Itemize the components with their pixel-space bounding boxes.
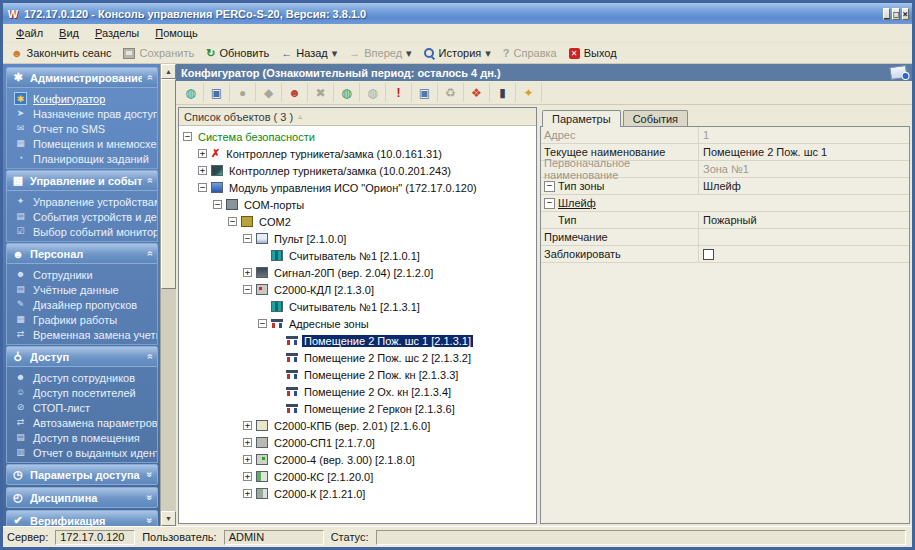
sidebar-section-header[interactable]: ☻Персонал» [6, 243, 158, 264]
expand-plus-icon[interactable]: + [243, 472, 252, 481]
search-devices-button[interactable]: ◍ [178, 83, 204, 102]
magic-wand-button[interactable]: ✦ [516, 83, 542, 102]
menu-item[interactable]: Разделы [88, 26, 146, 40]
sidebar-item[interactable]: ☻Доступ сотрудников [14, 370, 157, 385]
sidebar-item[interactable]: ▥Отчет о выданных идентиф... [14, 445, 157, 460]
menu-item[interactable]: Вид [52, 26, 86, 40]
panel-button[interactable]: ▮ [490, 83, 516, 102]
globe-gray-button[interactable]: ◍ [360, 83, 386, 102]
tree-row[interactable]: Считыватель №1 [2.1.3.1] [179, 298, 536, 315]
sidebar-section-header[interactable]: ◷Параметры доступа» [6, 464, 158, 485]
sidebar-item[interactable]: ⇄Временная замена учетных ... [14, 327, 157, 342]
chevron-up-icon[interactable]: » [145, 178, 156, 184]
tree-row[interactable]: −Пульт [2.1.0.0] [179, 230, 536, 247]
scroll-up-icon[interactable]: ▲ [161, 64, 176, 79]
back-button[interactable]: ←Назад▾ [276, 46, 344, 60]
station-config-button[interactable]: ▣ [204, 83, 230, 102]
history-button[interactable]: История▾ [419, 46, 498, 60]
tree-row[interactable]: Помещение 2 Ох. кн [2.1.3.4] [179, 383, 536, 400]
tree-row[interactable]: Помещение 2 Пож. шс 1 [2.1.3.1] [179, 332, 536, 349]
collapse-minus-icon[interactable]: − [258, 319, 267, 328]
sidebar-item[interactable]: ☑Выбор событий мониторинга [14, 224, 157, 239]
expand-plus-icon[interactable]: + [243, 268, 252, 277]
exit-button[interactable]: ✕Выход [564, 46, 624, 60]
property-value-cell[interactable] [699, 246, 909, 262]
tree-row[interactable]: −Модуль управления ИСО "Орион" (172.17.0… [179, 179, 536, 196]
scrollbar-thumb[interactable] [161, 79, 176, 289]
sidebar-item[interactable]: ✱Конфигуратор [14, 91, 157, 106]
tree-row[interactable]: Помещение 2 Геркон [2.1.3.6] [179, 400, 536, 417]
sidebar-scrollbar[interactable]: ▲ ▼ [160, 64, 176, 526]
sidebar-item[interactable]: ✎Дизайнер пропусков [14, 297, 157, 312]
help-button[interactable]: ?Справка [498, 46, 564, 60]
sidebar-item[interactable]: ➤Назначение прав доступа о... [14, 106, 157, 121]
expand-plus-icon[interactable]: + [243, 489, 252, 498]
tree-row[interactable]: −Система безопасности [179, 128, 536, 145]
chevron-down-icon[interactable]: » [145, 472, 156, 478]
sidebar-section-header[interactable]: ✱Администрирование» [6, 67, 158, 88]
checkbox[interactable] [703, 249, 714, 260]
collapse-minus-icon[interactable]: − [183, 132, 192, 141]
tree-row[interactable]: +С2000-КПБ (вер. 2.01) [2.1.6.0] [179, 417, 536, 434]
chevron-up-icon[interactable]: » [145, 75, 156, 81]
tree-row[interactable]: +✗Контроллер турникета/замка (10.0.161.3… [179, 145, 536, 162]
collapse-minus-icon[interactable]: − [243, 234, 252, 243]
flame-button[interactable]: ❖ [464, 83, 490, 102]
mail-search-icon[interactable] [889, 65, 908, 80]
delete-x-button[interactable]: ✖ [308, 83, 334, 102]
tree-row[interactable]: Считыватель №1 [2.1.0.1] [179, 247, 536, 264]
sidebar-item[interactable]: ▦Помещения и мнемосхема [14, 136, 157, 151]
expand-plus-icon[interactable]: + [198, 149, 207, 158]
minimize-button[interactable]: _ [883, 8, 890, 20]
close-button[interactable]: × [902, 8, 909, 20]
tree-column-header[interactable]: Список объектов ( 3 ) ▵ [179, 108, 536, 126]
tree-row[interactable]: −Адресные зоны [179, 315, 536, 332]
users-red-button[interactable]: ☻ [282, 83, 308, 102]
property-value-cell[interactable]: Зона №1 [699, 161, 909, 177]
collapse-minus-icon[interactable]: − [213, 200, 222, 209]
tab-inactive[interactable]: События [623, 110, 688, 126]
tree-row[interactable]: −COM-порты [179, 196, 536, 213]
tree-row[interactable]: +Сигнал-20П (вер. 2.04) [2.1.2.0] [179, 264, 536, 281]
sidebar-item[interactable]: ▤Учётные данные [14, 282, 157, 297]
tab-active[interactable]: Параметры [542, 110, 621, 127]
collapse-minus-icon[interactable]: − [228, 217, 237, 226]
sidebar-item[interactable]: ✦Управление устройствами и... [14, 194, 157, 209]
chevron-up-icon[interactable]: » [145, 354, 156, 360]
menu-item[interactable]: Файл [9, 26, 50, 40]
sidebar-item[interactable]: ✉Отчет по SMS [14, 121, 157, 136]
globe-green-button[interactable]: ◍ [334, 83, 360, 102]
menu-item[interactable]: Помощь [148, 26, 205, 40]
property-value-cell[interactable]: Шлейф [699, 178, 909, 194]
chevron-down-icon[interactable]: » [145, 495, 156, 501]
expand-plus-icon[interactable]: + [243, 421, 252, 430]
maximize-button[interactable]: □ [892, 8, 899, 20]
expand-plus-icon[interactable]: + [198, 166, 207, 175]
bell-button[interactable]: ◆ [256, 83, 282, 102]
exclamation-button[interactable]: ! [386, 83, 412, 102]
property-value-cell[interactable]: Помещение 2 Пож. шс 1 [699, 144, 909, 160]
scrollbar-track[interactable] [161, 289, 176, 511]
expand-plus-icon[interactable]: + [243, 438, 252, 447]
tree-row[interactable]: Помещение 2 Пож. кн [2.1.3.3] [179, 366, 536, 383]
refresh-button[interactable]: ↻Обновить [201, 46, 276, 60]
sidebar-section-header[interactable]: ◴Дисциплина» [6, 487, 158, 508]
sidebar-item[interactable]: ☺Доступ посетителей [14, 385, 157, 400]
sidebar-item[interactable]: ☻Сотрудники [14, 267, 157, 282]
sidebar-section-header[interactable]: ✔Верификация» [6, 510, 158, 526]
sidebar-item[interactable]: ▤Доступ в помещения [14, 430, 157, 445]
collapse-minus-icon[interactable]: − [198, 183, 207, 192]
end-session-button[interactable]: ☻Закончить сеанс [6, 46, 118, 60]
tree-row[interactable]: −С2000-КДЛ [2.1.3.0] [179, 281, 536, 298]
sidebar-item[interactable]: ⇄Автозамена параметров до... [14, 415, 157, 430]
tree-row[interactable]: +С2000-КС [2.1.20.0] [179, 468, 536, 485]
monitor-button[interactable]: ▣ [412, 83, 438, 102]
tree-row[interactable]: +С2000-К [2.1.21.0] [179, 485, 536, 502]
chevron-down-icon[interactable]: » [145, 518, 156, 524]
recycle-button[interactable]: ♻ [438, 83, 464, 102]
property-value-cell[interactable] [699, 229, 909, 245]
collapse-minus-icon[interactable]: − [243, 285, 252, 294]
tree-row[interactable]: −COM2 [179, 213, 536, 230]
sidebar-section-header[interactable]: ⚲Доступ» [6, 346, 158, 367]
sidebar-item[interactable]: ◔Планировщик заданий [14, 151, 157, 166]
